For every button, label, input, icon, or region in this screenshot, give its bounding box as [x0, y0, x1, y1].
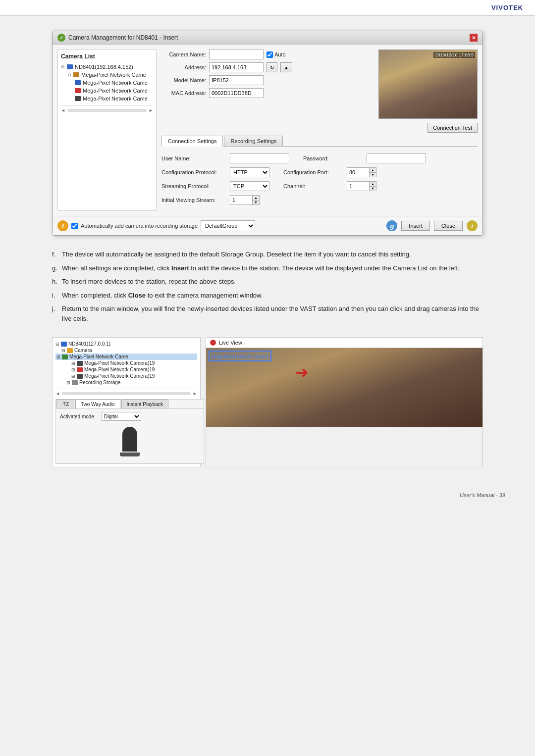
- channel-down[interactable]: ▼: [370, 187, 376, 191]
- preview-timestamp: 2010/12/10 17:08:5: [433, 52, 475, 58]
- streaming-protocol-select[interactable]: TCP UDP: [230, 181, 269, 191]
- scroll-left[interactable]: ◄: [61, 108, 65, 113]
- highlighted-camera-icon: [62, 354, 68, 359]
- password-label: Password:: [303, 155, 363, 161]
- bottom-panel: ·TZ Two Way Audio Instant Playback Activ…: [55, 399, 204, 464]
- mic-base: [120, 453, 140, 456]
- camera-highlight-box: Mega-Pixel Network Camera: [209, 351, 271, 361]
- tree-root-item[interactable]: ⊖ ND8401(192.168.4.152): [61, 63, 153, 71]
- model-name-row: Model Name:: [161, 75, 374, 85]
- model-name-input[interactable]: [209, 75, 264, 85]
- tree-item-1[interactable]: Mega-Pixel Network Came: [61, 79, 153, 87]
- username-input[interactable]: [230, 153, 289, 163]
- camera-name-input[interactable]: [209, 50, 264, 59]
- config-port-down[interactable]: ▼: [370, 173, 376, 177]
- brand-name: VIVOTEK: [491, 4, 523, 11]
- auto-checkbox[interactable]: [267, 51, 273, 58]
- second-scroll-right[interactable]: ►: [193, 391, 197, 396]
- initial-stream-down[interactable]: ▼: [253, 201, 259, 205]
- second-tree-cam-2[interactable]: ⊞ Mega-Pixel Network Camera(19: [55, 366, 197, 373]
- settings-tabs: Connection Settings Recording Settings: [161, 136, 478, 147]
- second-scroll-left[interactable]: ◄: [55, 391, 60, 396]
- second-tree-highlighted-camera[interactable]: ⊞ Mega-Pixel Network Came: [55, 353, 197, 360]
- live-view-dot: [210, 340, 216, 346]
- auto-add-checkbox[interactable]: [71, 223, 78, 229]
- second-scrollbar-track[interactable]: [62, 392, 191, 395]
- model-name-label: Model Name:: [161, 77, 206, 83]
- storage-label: Recording Storage: [79, 380, 120, 385]
- scrollbar-track[interactable]: [67, 109, 147, 112]
- channel-input[interactable]: [347, 181, 369, 191]
- collapse-icon: ⊖: [61, 64, 65, 69]
- second-tree-storage[interactable]: ⊞ Recording Storage: [55, 379, 197, 386]
- group-select[interactable]: DefaultGroup: [201, 220, 255, 231]
- second-tree-cam-1[interactable]: ⊞ Mega-Pixel Network Camera(19: [55, 360, 197, 366]
- tab-recording-settings[interactable]: Recording Settings: [224, 136, 283, 146]
- instruction-j-letter: j.: [52, 304, 59, 323]
- instruction-f-text: The device will automatically be assigne…: [62, 250, 483, 259]
- camera-info-area: Camera Name: Auto Address: ↻: [161, 50, 478, 119]
- storage-collapse: ⊞: [66, 380, 70, 385]
- camera-fields: Camera Name: Auto Address: ↻: [161, 50, 374, 119]
- address-input[interactable]: [209, 62, 264, 72]
- mac-address-input[interactable]: [209, 88, 264, 98]
- tree-item-3[interactable]: Mega-Pixel Network Came: [61, 95, 153, 102]
- scroll-right[interactable]: ►: [149, 108, 153, 113]
- second-tree-camera-folder[interactable]: ⊟ Camera: [55, 347, 197, 353]
- camera-list-panel: Camera List ⊖ ND8401(192.168.4.152) ⊟ Me…: [57, 50, 157, 211]
- close-button[interactable]: Close: [434, 221, 463, 231]
- auto-label: Auto: [274, 51, 286, 57]
- address-browse-btn[interactable]: ▲: [280, 62, 292, 72]
- dialog-close-button[interactable]: ✕: [470, 34, 478, 42]
- activated-mode-select[interactable]: Digital: [102, 412, 141, 421]
- page-header: VIVOTEK: [0, 0, 535, 16]
- cam2-label: Mega-Pixel Network Camera(19: [84, 367, 155, 372]
- dialog-body: Camera List ⊖ ND8401(192.168.4.152) ⊟ Me…: [53, 45, 482, 216]
- monitor-icon: [67, 64, 73, 69]
- live-view-header: Live View: [206, 338, 482, 348]
- channel-spinner: ▲ ▼: [347, 181, 376, 191]
- initial-stream-spinner: ▲ ▼: [230, 195, 260, 205]
- connection-settings-form: User Name: Password: Configuration Proto…: [161, 151, 478, 211]
- second-diagram: ⊟ ND8401(127.0.0.1) ⊟ Camera ⊞ Mega-Pixe…: [52, 337, 483, 467]
- cam-icon-2: [75, 88, 81, 93]
- root-monitor-icon: [61, 342, 67, 347]
- initial-stream-label: Initial Viewing Stream:: [161, 197, 226, 203]
- connection-test-button[interactable]: Connection Test: [428, 123, 478, 133]
- config-port-up[interactable]: ▲: [370, 168, 376, 173]
- highlighted-camera-label: Mega-Pixel Network Came: [69, 354, 128, 359]
- mac-address-label: MAC Address:: [161, 90, 206, 96]
- tab-connection-settings[interactable]: Connection Settings: [161, 136, 223, 147]
- second-tree-root[interactable]: ⊟ ND8401(127.0.0.1): [55, 341, 197, 347]
- footer-text: User's Manual - 39: [460, 492, 505, 498]
- address-refresh-btn[interactable]: ↻: [267, 62, 277, 72]
- bottom-tab-two-way-audio[interactable]: Two Way Audio: [75, 400, 120, 408]
- bottom-tab-tz[interactable]: ·TZ: [56, 400, 74, 408]
- streaming-label: Streaming Protocol:: [161, 183, 226, 189]
- cam2-icon: [77, 367, 83, 372]
- config-protocol-select[interactable]: HTTP HTTPS: [230, 167, 269, 177]
- instruction-g-letter: g.: [52, 263, 59, 273]
- cam-icon-1: [75, 80, 81, 85]
- password-input[interactable]: [367, 153, 426, 163]
- instruction-i-letter: i.: [52, 291, 59, 301]
- config-protocol-row: Configuration Protocol: HTTP HTTPS Confi…: [161, 167, 478, 177]
- initial-stream-up[interactable]: ▲: [253, 196, 259, 201]
- cam3-collapse: ⊞: [71, 374, 75, 379]
- camera-folder-collapse: ⊟: [61, 348, 65, 353]
- channel-spinner-btns: ▲ ▼: [369, 181, 376, 191]
- activated-mode-label: Activated mode:: [60, 414, 100, 419]
- bottom-tabs: ·TZ Two Way Audio Instant Playback: [56, 400, 204, 409]
- instruction-j-text: Return to the main window, you will find…: [62, 304, 483, 323]
- config-port-spinner-btns: ▲ ▼: [369, 167, 376, 177]
- insert-button[interactable]: Insert: [401, 221, 430, 231]
- initial-stream-input[interactable]: [230, 195, 252, 205]
- tree-item-0[interactable]: ⊟ Mega-Pixel Network Came: [61, 71, 153, 79]
- dialog-bottom: f Automatically add camera into recordin…: [53, 216, 482, 235]
- config-port-label: Configuration Port:: [283, 169, 343, 175]
- tree-item-2[interactable]: Mega-Pixel Network Came: [61, 87, 153, 95]
- config-port-input[interactable]: [347, 167, 369, 177]
- channel-up[interactable]: ▲: [370, 182, 376, 187]
- bottom-tab-instant-playback[interactable]: Instant Playback: [121, 400, 168, 408]
- second-tree-cam-3[interactable]: ⊞ Mega-Pixel Network Camera(19: [55, 373, 197, 379]
